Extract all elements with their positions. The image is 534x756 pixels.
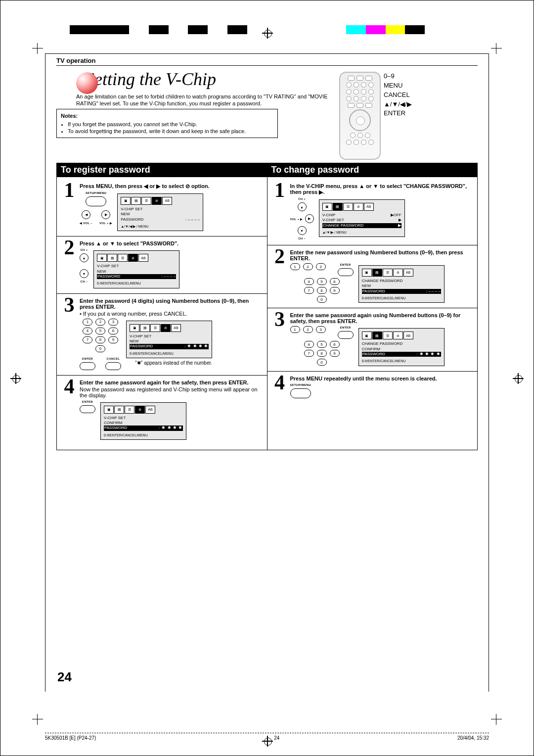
right-arrow-icon: ▶ bbox=[101, 210, 110, 219]
osd-footer: ▲/▼/▶ / MENU bbox=[322, 230, 401, 235]
osd-title: V-CHIP SET bbox=[130, 334, 209, 339]
remote-labels: 0–9 MENU CANCEL ▲/▼/◀/▶ ENTER bbox=[384, 72, 412, 118]
step: 4 Enter the same password again for the … bbox=[62, 378, 262, 440]
step: 3 Enter the same password again using Nu… bbox=[272, 311, 473, 366]
step-lead: Enter the new password using Numbered bu… bbox=[290, 249, 473, 261]
osd-title: V-CHIP SET bbox=[121, 207, 200, 212]
step: 1 Press MENU, then press ◀ or ▶ to selec… bbox=[62, 182, 262, 231]
step-number: 1 bbox=[272, 182, 287, 240]
osd-footer: ▲/▼/◀/▶ / MENU bbox=[121, 224, 200, 229]
step: 2 Enter the new password using Numbered … bbox=[272, 248, 473, 303]
down-arrow-icon: ▼ bbox=[298, 226, 307, 235]
print-footer: 5K30501B [E] (P24-27) 24 20/4/04, 15:32 bbox=[45, 733, 489, 741]
step-number: 2 bbox=[62, 239, 77, 288]
step-number: 2 bbox=[272, 248, 287, 303]
note-item: If you forget the password, you cannot s… bbox=[68, 121, 273, 128]
osd-screen: ▣▤☰⊘AB V-CHIP SET CONFIRM PASSWORD: ✱ ✱ … bbox=[100, 402, 186, 440]
step: 3 Enter the password (4 digits) using Nu… bbox=[62, 297, 262, 370]
osd-footer: 0-9/ENTER/CANCEL/MENU bbox=[130, 351, 209, 356]
button-label: ENTER bbox=[340, 326, 351, 329]
registration-mark-icon bbox=[513, 373, 524, 384]
step-lead: Enter the password (4 digits) using Numb… bbox=[80, 298, 262, 310]
osd-title: CHANGE PASSWORD bbox=[362, 341, 441, 346]
step: 1 In the V-CHIP menu, press ▲ or ▼ to se… bbox=[272, 182, 473, 240]
button-label: ENTER bbox=[340, 263, 351, 266]
number-pad-icon: 123 456 789 0 ENTER CANCEL bbox=[80, 319, 121, 370]
button-label: SETUP/MENU bbox=[86, 191, 106, 194]
remote-illustration: 0–9 MENU CANCEL ▲/▼/◀/▶ ENTER bbox=[339, 67, 478, 160]
crop-mark-icon bbox=[491, 43, 502, 54]
remote-label-digits: 0–9 bbox=[384, 72, 412, 81]
remote-label-menu: MENU bbox=[384, 81, 412, 91]
step-lead: Enter the same password again for the sa… bbox=[80, 379, 262, 385]
button-label: ENTER bbox=[82, 357, 93, 360]
osd-title: V-CHIP SET bbox=[97, 264, 176, 269]
osd-screen: ▣▤☰⊘AB V-CHIP SET NEW PASSWORD: – – – – … bbox=[117, 193, 203, 231]
osd-screen: ▣▤☰⊘AB CHANGE PASSWORD CONFIRM PASSWORD:… bbox=[358, 328, 445, 366]
step: 4 Press MENU repeatedly until the menu s… bbox=[272, 375, 473, 398]
number-pad-icon: 123 ENTER 456 789 0 bbox=[290, 263, 354, 303]
osd-title: V-CHIP SET bbox=[104, 416, 183, 421]
button-label: ◀ VOL – bbox=[80, 221, 92, 225]
crop-mark-icon bbox=[32, 43, 43, 54]
notes-heading: Notes: bbox=[61, 112, 273, 119]
notes-box: Notes: If you forget the password, you c… bbox=[56, 109, 278, 138]
osd-title: CHANGE PASSWORD bbox=[362, 279, 441, 284]
up-arrow-icon: ▲ bbox=[80, 253, 89, 262]
step-body: Now the password was registered and V-Ch… bbox=[80, 386, 262, 398]
sphere-icon bbox=[76, 72, 98, 94]
step-lead: Press MENU repeatedly until the menu scr… bbox=[290, 376, 473, 381]
enter-button-icon bbox=[80, 362, 95, 370]
remote-label-enter: ENTER bbox=[384, 109, 412, 118]
button-label: VOL + ▶ bbox=[99, 221, 112, 225]
intro-text: An age limitation can be set to forbid c… bbox=[76, 93, 329, 107]
osd-screen: ▣▤☰⊘AB V-CHIP▶OFF V-CHIP SET▶ CHANGE PAS… bbox=[319, 199, 405, 237]
remote-icon bbox=[339, 72, 381, 160]
up-arrow-icon: ▲ bbox=[298, 202, 307, 211]
crop-mark-icon bbox=[491, 714, 502, 725]
page-number: 24 bbox=[57, 669, 72, 685]
column-heading: To change password bbox=[267, 163, 478, 177]
registration-mark-icon bbox=[262, 28, 273, 39]
footer-right: 20/4/04, 15:32 bbox=[457, 735, 489, 741]
page-title: Setting the V-Chip bbox=[76, 69, 329, 92]
step-number: 4 bbox=[272, 375, 287, 398]
manual-page: TV operation Setting the V-Chip An age l… bbox=[0, 0, 534, 756]
menu-button-icon bbox=[290, 388, 311, 398]
button-label: SETUP/MENU bbox=[290, 383, 311, 386]
footer-left: 5K30501B [E] (P24-27) bbox=[45, 735, 96, 741]
change-password-column: To change password 1 In the V-CHIP menu,… bbox=[267, 163, 478, 450]
button-label: VOL + ▶ bbox=[290, 217, 303, 221]
step-lead: Press ▲ or ▼ to select "PASSWORD". bbox=[80, 240, 262, 246]
enter-button-icon bbox=[80, 405, 95, 413]
down-arrow-icon: ▼ bbox=[80, 269, 89, 278]
step-note: "✱" appears instead of the number. bbox=[135, 360, 212, 366]
button-label: CH – bbox=[298, 237, 306, 240]
osd-footer: 0-9/ENTER/CANCEL/MENU bbox=[97, 281, 176, 285]
step-lead: In the V-CHIP menu, press ▲ or ▼ to sele… bbox=[290, 183, 473, 195]
crop-mark-icon bbox=[32, 714, 43, 725]
remote-label-arrows: ▲/▼/◀/▶ bbox=[384, 100, 412, 109]
enter-button-icon bbox=[338, 331, 354, 339]
step-lead: Enter the same password again using Numb… bbox=[290, 312, 473, 324]
osd-footer: 0-9/ENTER/CANCEL/MENU bbox=[104, 433, 183, 437]
content-area: TV operation Setting the V-Chip An age l… bbox=[45, 53, 489, 692]
osd-screen: ▣▤☰⊘AB V-CHIP SET NEW PASSWORD: ✱ ✱ ✱ ✱ … bbox=[126, 321, 212, 358]
footer-center: 24 bbox=[274, 735, 279, 741]
menu-button-icon bbox=[86, 196, 106, 206]
right-arrow-icon: ▶ bbox=[305, 214, 314, 223]
enter-button-icon bbox=[338, 268, 354, 276]
section-label: TV operation bbox=[56, 57, 478, 64]
step-lead: Press MENU, then press ◀ or ▶ to select … bbox=[80, 183, 262, 189]
button-label: CH – bbox=[81, 280, 88, 283]
step-body: • If you put a wrong number, press CANCE… bbox=[80, 311, 262, 317]
registration-mark-icon bbox=[10, 373, 21, 384]
column-heading: To register password bbox=[57, 163, 267, 177]
number-pad-icon: 123 ENTER 456 789 0 bbox=[290, 326, 354, 366]
osd-screen: ▣▤☰⊘AB CHANGE PASSWORD NEW PASSWORD: – –… bbox=[358, 265, 445, 303]
osd-footer: 0-9/ENTER/CANCEL/MENU bbox=[362, 296, 441, 300]
button-label: CH + bbox=[80, 248, 88, 251]
step: 2 Press ▲ or ▼ to select "PASSWORD". CH … bbox=[62, 239, 262, 288]
osd-screen: ▣▤☰⊘AB V-CHIP SET NEW PASSWORD: – – – – … bbox=[93, 250, 179, 288]
register-password-column: To register password 1 Press MENU, then … bbox=[56, 163, 267, 450]
